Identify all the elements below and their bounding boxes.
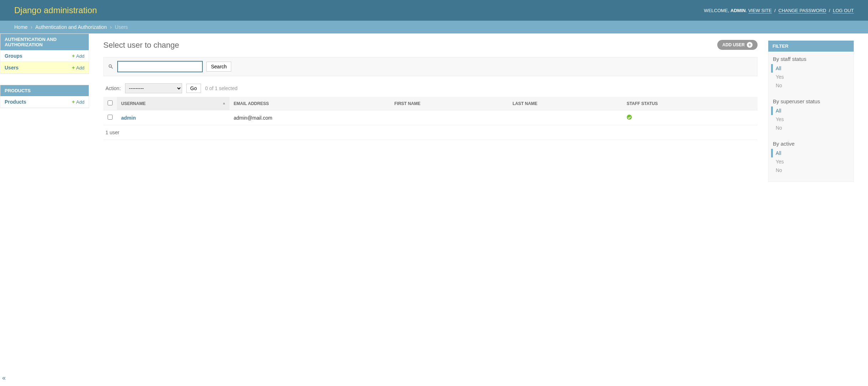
row-first-name: [390, 110, 508, 125]
paginator: 1 user: [103, 125, 758, 140]
username: ADMIN: [730, 8, 746, 13]
row-checkbox[interactable]: [108, 115, 113, 120]
filter-option[interactable]: Yes: [776, 116, 784, 122]
selection-counter: 0 of 1 selected: [205, 85, 238, 91]
sidebar: AUTHENTICATION AND AUTHORIZATION Groups …: [0, 33, 89, 189]
search-button[interactable]: Search: [206, 62, 231, 72]
header: Django administration WELCOME, ADMIN. VI…: [0, 0, 868, 21]
filter-option[interactable]: No: [776, 125, 782, 131]
filter-group-title: By active: [769, 136, 853, 149]
action-label: Action:: [105, 85, 121, 91]
sidebar-caption: PRODUCTS: [0, 85, 89, 96]
sidebar-link-groups[interactable]: Groups: [5, 53, 22, 59]
add-user-button[interactable]: ADD USER +: [717, 40, 758, 50]
filter-option[interactable]: All: [776, 108, 781, 114]
welcome-text: WELCOME,: [704, 8, 729, 13]
col-staff[interactable]: STAFF STATUS: [622, 97, 758, 110]
filter-option[interactable]: No: [776, 83, 782, 88]
filter-option[interactable]: No: [776, 167, 782, 173]
add-users-link[interactable]: +Add: [72, 65, 84, 71]
filter-group-title: By staff status: [769, 52, 853, 64]
plus-icon: +: [747, 42, 753, 48]
search-icon: [108, 64, 114, 69]
plus-icon: +: [72, 53, 75, 59]
filter-title: FILTER: [768, 41, 854, 52]
page-title: Select user to change: [103, 41, 758, 50]
col-username[interactable]: USERNAME▲: [117, 97, 229, 110]
sidebar-module-auth: AUTHENTICATION AND AUTHORIZATION Groups …: [0, 33, 89, 74]
action-select[interactable]: ---------: [125, 83, 182, 93]
actions-bar: Action: --------- Go 0 of 1 selected: [103, 83, 758, 93]
sidebar-module-products: PRODUCTS Products +Add: [0, 85, 89, 108]
results-table: USERNAME▲ EMAIL ADDRESS FIRST NAME LAST …: [103, 97, 758, 125]
filter-option[interactable]: Yes: [776, 159, 784, 165]
filter-option[interactable]: Yes: [776, 74, 784, 80]
user-tools: WELCOME, ADMIN. VIEW SITE / CHANGE PASSW…: [704, 8, 854, 13]
branding[interactable]: Django administration: [14, 5, 97, 15]
logout-link[interactable]: LOG OUT: [833, 8, 854, 14]
col-last-name[interactable]: LAST NAME: [508, 97, 622, 110]
select-all-checkbox[interactable]: [108, 100, 113, 105]
check-icon: [627, 115, 632, 120]
change-password-link[interactable]: CHANGE PASSWORD: [779, 8, 826, 14]
breadcrumb-home[interactable]: Home: [14, 24, 27, 30]
sidebar-item-products: Products +Add: [0, 96, 89, 108]
search-toolbar: Search: [103, 57, 758, 76]
plus-icon: +: [72, 99, 75, 105]
filter-option[interactable]: All: [776, 150, 781, 156]
sort-asc-icon: ▲: [222, 101, 226, 105]
breadcrumbs: Home › Authentication and Authorization …: [0, 21, 868, 33]
sidebar-link-products[interactable]: Products: [5, 99, 26, 105]
row-email: admin@mail.com: [229, 110, 390, 125]
sidebar-item-users: Users +Add: [0, 62, 89, 74]
breadcrumb-current: Users: [115, 24, 128, 30]
add-products-link[interactable]: +Add: [72, 99, 84, 105]
col-email[interactable]: EMAIL ADDRESS: [229, 97, 390, 110]
object-tools: ADD USER +: [717, 40, 758, 50]
filter-option[interactable]: All: [776, 66, 781, 71]
main-content: Select user to change ADD USER + Search …: [103, 41, 758, 182]
go-button[interactable]: Go: [186, 84, 201, 93]
col-first-name[interactable]: FIRST NAME: [390, 97, 508, 110]
view-site-link[interactable]: VIEW SITE: [748, 8, 772, 14]
filter-group-title: By superuser status: [769, 94, 853, 106]
sidebar-link-users[interactable]: Users: [5, 65, 19, 71]
add-groups-link[interactable]: +Add: [72, 53, 84, 59]
filter-panel: FILTER By staff status All Yes No By sup…: [768, 41, 854, 182]
row-staff: [622, 110, 758, 125]
breadcrumb-app[interactable]: Authentication and Authorization: [35, 24, 107, 30]
plus-icon: +: [72, 65, 75, 71]
sidebar-item-groups: Groups +Add: [0, 50, 89, 62]
search-input[interactable]: [117, 61, 203, 72]
row-username-link[interactable]: admin: [121, 115, 136, 121]
table-row: admin admin@mail.com: [103, 110, 758, 125]
sidebar-caption: AUTHENTICATION AND AUTHORIZATION: [0, 34, 89, 50]
row-last-name: [508, 110, 622, 125]
